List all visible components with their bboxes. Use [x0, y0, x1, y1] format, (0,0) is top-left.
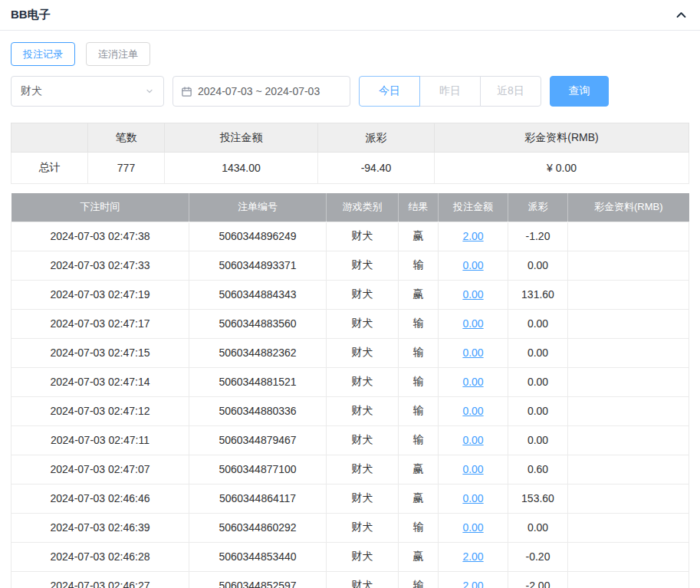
col-header-game-type: 游戏类别 [327, 193, 399, 222]
cell-game-type: 财犬 [327, 571, 399, 588]
cell-result: 输 [399, 396, 439, 425]
cell-bonus [568, 484, 689, 513]
summary-header-bet-amount: 投注金额 [165, 123, 318, 153]
cell-bet-time: 2024-07-03 02:47:19 [12, 280, 189, 309]
table-row: 2024-07-03 02:47:17 5060344883560 财犬 输 0… [12, 309, 689, 338]
cell-order-number: 5060344881521 [189, 367, 327, 396]
cell-bonus [568, 251, 689, 280]
chevron-up-icon[interactable] [675, 8, 688, 21]
cell-result: 输 [399, 338, 439, 367]
date-range-value: 2024-07-03 ~ 2024-07-03 [198, 85, 320, 97]
bet-amount-link[interactable]: 0.00 [462, 405, 483, 417]
game-select[interactable]: 财犬 [11, 76, 164, 107]
cell-game-type: 财犬 [327, 338, 399, 367]
table-row: 2024-07-03 02:46:27 5060344852597 财犬 输 2… [12, 571, 689, 588]
cell-payout: 0.00 [508, 396, 568, 425]
cell-bet-amount: 0.00 [439, 484, 508, 513]
cell-payout: 0.00 [508, 338, 568, 367]
cell-bonus [568, 338, 689, 367]
summary-table: 笔数 投注金额 派彩 彩金资料(RMB) 总计 777 1434.00 -94.… [11, 123, 689, 184]
table-row: 2024-07-03 02:47:38 5060344896249 财犬 赢 2… [12, 222, 689, 251]
bet-amount-link[interactable]: 0.00 [462, 434, 483, 446]
cell-payout: -2.00 [508, 571, 568, 588]
cell-bonus [568, 542, 689, 571]
bet-amount-link[interactable]: 0.00 [462, 259, 483, 271]
cell-bet-amount: 0.00 [439, 280, 508, 309]
last-8-days-button[interactable]: 近8日 [480, 76, 541, 107]
cell-game-type: 财犬 [327, 309, 399, 338]
game-select-value: 财犬 [21, 84, 42, 98]
tab-cancelled-orders[interactable]: 连消注单 [86, 42, 150, 66]
col-header-bet-time: 下注时间 [12, 193, 189, 222]
filter-row: 财犬 2024-07-03 ~ 2024-07-03 今日 昨日 近8日 查询 [11, 76, 689, 107]
summary-header-payout: 派彩 [318, 123, 435, 153]
cell-bet-time: 2024-07-03 02:47:38 [12, 222, 189, 251]
summary-header-empty [12, 123, 88, 153]
cell-bet-time: 2024-07-03 02:47:12 [12, 396, 189, 425]
cell-game-type: 财犬 [327, 542, 399, 571]
cell-bet-time: 2024-07-03 02:47:11 [12, 425, 189, 455]
cell-game-type: 财犬 [327, 280, 399, 309]
quick-date-button-group: 今日 昨日 近8日 [359, 76, 541, 107]
cell-order-number: 5060344852597 [189, 571, 327, 588]
table-row: 2024-07-03 02:47:07 5060344877100 财犬 赢 0… [12, 455, 689, 484]
bet-records-table: 下注时间 注单编号 游戏类别 结果 投注金额 派彩 彩金资料(RMB) 2024… [11, 193, 689, 588]
summary-header-count: 笔数 [88, 123, 165, 153]
bet-amount-link[interactable]: 0.00 [462, 521, 483, 534]
cell-order-number: 5060344884343 [189, 280, 327, 309]
bet-amount-link[interactable]: 2.00 [462, 230, 483, 242]
query-button[interactable]: 查询 [550, 76, 609, 107]
cell-bet-amount: 0.00 [439, 309, 508, 338]
bet-history-panel: BB电子 投注记录 连消注单 财犬 2024-07-03 ~ 2024-07-0… [0, 0, 700, 588]
cell-bet-amount: 0.00 [439, 396, 508, 425]
cell-game-type: 财犬 [327, 484, 399, 513]
bet-amount-link[interactable]: 2.00 [462, 550, 483, 563]
cell-bet-time: 2024-07-03 02:46:27 [12, 571, 189, 588]
cell-bonus [568, 280, 689, 309]
cell-result: 赢 [399, 455, 439, 484]
table-row: 2024-07-03 02:46:39 5060344860292 财犬 输 0… [12, 513, 689, 542]
cell-bonus [568, 367, 689, 396]
cell-bet-time: 2024-07-03 02:47:33 [12, 251, 189, 280]
cell-bet-time: 2024-07-03 02:46:28 [12, 542, 189, 571]
cell-bet-time: 2024-07-03 02:47:17 [12, 309, 189, 338]
cell-payout: 0.60 [508, 455, 568, 484]
cell-result: 输 [399, 425, 439, 455]
date-range-input[interactable]: 2024-07-03 ~ 2024-07-03 [173, 76, 350, 107]
cell-order-number: 5060344896249 [189, 222, 327, 251]
cell-result: 输 [399, 571, 439, 588]
table-row: 2024-07-03 02:47:33 5060344893371 财犬 输 0… [12, 251, 689, 280]
yesterday-button[interactable]: 昨日 [419, 76, 481, 107]
bet-amount-link[interactable]: 0.00 [462, 347, 483, 359]
chevron-down-icon [145, 87, 154, 96]
summary-total-row: 总计 777 1434.00 -94.40 ¥ 0.00 [12, 153, 689, 184]
cell-result: 赢 [399, 484, 439, 513]
summary-bet-value: 1434.00 [165, 153, 318, 184]
table-row: 2024-07-03 02:47:14 5060344881521 财犬 输 0… [12, 367, 689, 396]
bet-amount-link[interactable]: 0.00 [462, 317, 483, 330]
cell-order-number: 5060344860292 [189, 513, 327, 542]
bet-amount-link[interactable]: 0.00 [462, 492, 483, 504]
cell-payout: 131.60 [508, 280, 568, 309]
panel-body: 投注记录 连消注单 财犬 2024-07-03 ~ 2024-07-03 今日 … [0, 42, 700, 588]
col-header-bonus: 彩金资料(RMB) [568, 193, 689, 222]
cell-payout: 0.00 [508, 513, 568, 542]
cell-bonus [568, 513, 689, 542]
cell-payout: 0.00 [508, 251, 568, 280]
cell-game-type: 财犬 [327, 513, 399, 542]
today-button[interactable]: 今日 [359, 76, 420, 107]
cell-result: 输 [399, 367, 439, 396]
summary-count-value: 777 [88, 153, 165, 184]
cell-bet-time: 2024-07-03 02:47:15 [12, 338, 189, 367]
tab-bet-records[interactable]: 投注记录 [11, 42, 75, 66]
bet-amount-link[interactable]: 2.00 [462, 580, 483, 588]
bet-amount-link[interactable]: 0.00 [462, 376, 483, 388]
cell-bet-amount: 0.00 [439, 251, 508, 280]
bet-amount-link[interactable]: 0.00 [462, 463, 483, 475]
bet-amount-link[interactable]: 0.00 [462, 288, 483, 301]
cell-order-number: 5060344877100 [189, 455, 327, 484]
cell-game-type: 财犬 [327, 425, 399, 455]
cell-result: 赢 [399, 542, 439, 571]
cell-bonus [568, 455, 689, 484]
cell-result: 赢 [399, 280, 439, 309]
